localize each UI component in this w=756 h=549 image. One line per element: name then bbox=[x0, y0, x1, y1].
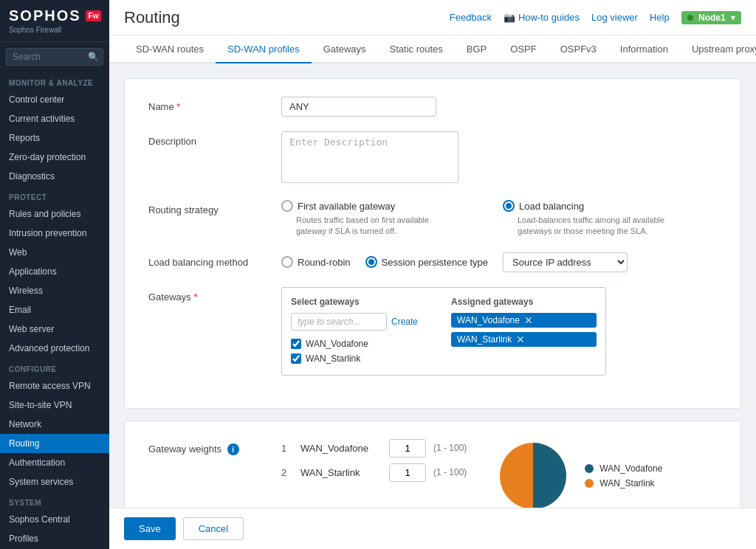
gateway-search-input[interactable] bbox=[291, 313, 387, 331]
gateway-check-starlink[interactable] bbox=[291, 353, 301, 364]
sidebar-item-wireless[interactable]: Wireless bbox=[0, 281, 109, 300]
section-system: System bbox=[0, 491, 109, 510]
remove-vodafone-button[interactable]: ✕ bbox=[524, 315, 533, 325]
weight-input-starlink[interactable] bbox=[389, 463, 426, 482]
strategy-lb-radio[interactable] bbox=[503, 200, 515, 212]
select-gateways-col: Select gateways Create WAN_Vodafone bbox=[291, 297, 436, 366]
weights-card: Gateway weights i 1 WAN_Vodafone (1 - 10… bbox=[124, 421, 741, 508]
strategy-first-gateway: First available gateway Routes traffic b… bbox=[281, 200, 444, 238]
how-to-guides-link[interactable]: 📷 How-to guides bbox=[504, 12, 580, 23]
lb-rr-radio[interactable] bbox=[281, 256, 293, 268]
form-card: Name * Description Routing strategy bbox=[124, 78, 741, 409]
sidebar-item-remote-vpn[interactable]: Remote access VPN bbox=[0, 376, 109, 396]
sidebar-item-zero-day[interactable]: Zero-day protection bbox=[0, 148, 109, 167]
sidebar-item-web[interactable]: Web bbox=[0, 243, 109, 262]
weight-num-1: 1 bbox=[281, 443, 293, 454]
weights-info-icon[interactable]: i bbox=[227, 443, 239, 455]
sidebar-item-email[interactable]: Email bbox=[0, 300, 109, 320]
name-row: Name * bbox=[148, 97, 717, 117]
legend-dot-starlink bbox=[585, 479, 594, 488]
sidebar-item-authentication[interactable]: Authentication bbox=[0, 453, 109, 472]
lb-method-label: Load balancing method bbox=[148, 252, 281, 268]
feedback-link[interactable]: Feedback bbox=[450, 12, 492, 23]
tab-ospfv3[interactable]: OSPFv3 bbox=[549, 36, 608, 63]
tab-bgp[interactable]: BGP bbox=[455, 36, 498, 63]
footer: Save Cancel bbox=[109, 508, 756, 549]
lb-type-select[interactable]: Source IP address Destination IP address… bbox=[503, 252, 628, 272]
weight-name-vodafone: WAN_Vodafone bbox=[300, 443, 382, 454]
tab-ospf[interactable]: OSPF bbox=[498, 36, 548, 63]
gateways-label: Gateways * bbox=[148, 287, 281, 303]
routing-strategy-label: Routing strategy bbox=[148, 200, 281, 215]
tab-sdwan-profiles[interactable]: SD-WAN profiles bbox=[216, 36, 312, 63]
sidebar-item-applications[interactable]: Applications bbox=[0, 262, 109, 281]
lb-session-persistence[interactable]: Session persistence type bbox=[365, 256, 489, 268]
weight-row-1: 1 WAN_Vodafone (1 - 100) bbox=[281, 439, 467, 458]
gateways-box: Select gateways Create WAN_Vodafone bbox=[281, 287, 606, 376]
gateway-item-starlink[interactable]: WAN_Starlink bbox=[291, 351, 436, 366]
camera-icon: 📷 bbox=[504, 12, 515, 23]
name-control bbox=[281, 97, 717, 117]
strategy-lb-label[interactable]: Load balancing bbox=[503, 200, 665, 212]
tab-upstream-proxy[interactable]: Upstream proxy bbox=[680, 36, 756, 63]
cancel-button[interactable]: Cancel bbox=[183, 517, 244, 540]
tab-static-routes[interactable]: Static routes bbox=[378, 36, 455, 63]
sophos-fw-icon: Fw bbox=[86, 10, 102, 21]
sidebar-item-network[interactable]: Network bbox=[0, 415, 109, 434]
gateway-item-vodafone[interactable]: WAN_Vodafone bbox=[291, 336, 436, 351]
weight-range-1: (1 - 100) bbox=[433, 443, 467, 453]
remove-starlink-button[interactable]: ✕ bbox=[516, 334, 525, 345]
sidebar-item-sophos-central[interactable]: Sophos Central bbox=[0, 510, 109, 529]
lb-round-robin[interactable]: Round-robin bbox=[281, 256, 351, 268]
legend-starlink: WAN_Starlink bbox=[585, 478, 662, 488]
page-title: Routing bbox=[124, 8, 180, 27]
weight-input-vodafone[interactable] bbox=[389, 439, 426, 458]
gateways-control: Select gateways Create WAN_Vodafone bbox=[281, 287, 717, 376]
sidebar-item-profiles[interactable]: Profiles bbox=[0, 529, 109, 548]
topbar-right: Feedback 📷 How-to guides Log viewer Help… bbox=[450, 11, 741, 24]
sidebar-item-system-services[interactable]: System services bbox=[0, 472, 109, 491]
create-gateway-link[interactable]: Create bbox=[391, 317, 418, 327]
select-gateways-title: Select gateways bbox=[291, 297, 436, 307]
weights-row: Gateway weights i 1 WAN_Vodafone (1 - 10… bbox=[148, 439, 717, 508]
pie-chart-wrap: WAN_Vodafone WAN_Starlink bbox=[496, 439, 662, 508]
sidebar-item-advanced[interactable]: Advanced protection bbox=[0, 339, 109, 358]
sidebar-item-routing[interactable]: Routing bbox=[0, 434, 109, 453]
tab-information[interactable]: Information bbox=[608, 36, 680, 63]
sidebar-search-wrap: 🔍 bbox=[0, 42, 109, 72]
tab-gateways[interactable]: Gateways bbox=[312, 36, 378, 63]
sidebar-item-intrusion[interactable]: Intrusion prevention bbox=[0, 224, 109, 243]
sidebar-item-reports[interactable]: Reports bbox=[0, 128, 109, 148]
save-button[interactable]: Save bbox=[124, 517, 176, 540]
sidebar-item-diagnostics[interactable]: Diagnostics bbox=[0, 167, 109, 186]
help-link[interactable]: Help bbox=[650, 12, 670, 23]
lb-method-control: Round-robin Session persistence type Sou… bbox=[281, 252, 717, 272]
log-viewer-link[interactable]: Log viewer bbox=[591, 12, 638, 23]
tab-sdwan-routes[interactable]: SD-WAN routes bbox=[124, 36, 216, 63]
sidebar-item-current-activities[interactable]: Current activities bbox=[0, 109, 109, 128]
gateway-check-vodafone[interactable] bbox=[291, 339, 301, 349]
strategy-first-radio[interactable] bbox=[281, 200, 293, 212]
routing-strategy-row: Routing strategy First available gateway… bbox=[148, 200, 717, 238]
weights-section: 1 WAN_Vodafone (1 - 100) 2 WAN_Starlink … bbox=[281, 439, 717, 508]
topbar: Routing Feedback 📷 How-to guides Log vie… bbox=[109, 0, 756, 35]
description-textarea[interactable] bbox=[281, 131, 458, 183]
strategy-lb-desc: Load-balances traffic among all availabl… bbox=[503, 215, 665, 238]
strategy-first-gateway-label[interactable]: First available gateway bbox=[281, 200, 444, 212]
gateways-row: Gateways * Select gateways Create bbox=[148, 287, 717, 376]
weights-control: 1 WAN_Vodafone (1 - 100) 2 WAN_Starlink … bbox=[281, 439, 717, 508]
section-monitor: Monitor & Analyze bbox=[0, 72, 109, 90]
sidebar-item-control-center[interactable]: Control center bbox=[0, 90, 109, 109]
name-label: Name * bbox=[148, 97, 281, 112]
sidebar-item-rules[interactable]: Rules and policies bbox=[0, 204, 109, 224]
sidebar-item-site-vpn[interactable]: Site-to-site VPN bbox=[0, 396, 109, 415]
section-protect: Protect bbox=[0, 186, 109, 204]
sidebar-logo: SOPHOS Fw Sophos Firewall bbox=[0, 0, 109, 42]
lb-sp-radio[interactable] bbox=[365, 256, 377, 268]
name-input[interactable] bbox=[281, 97, 436, 117]
description-label: Description bbox=[148, 131, 281, 147]
node-badge[interactable]: Node1 ▾ bbox=[681, 11, 741, 24]
sidebar-item-webserver[interactable]: Web server bbox=[0, 320, 109, 339]
weight-name-starlink: WAN_Starlink bbox=[300, 467, 382, 478]
weight-row-2: 2 WAN_Starlink (1 - 100) bbox=[281, 463, 467, 482]
